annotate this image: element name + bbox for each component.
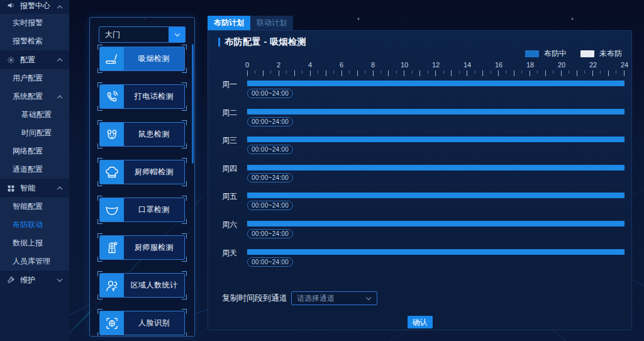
armed-time-bar[interactable] xyxy=(247,249,625,255)
sidebar-item-label: 人员库管理 xyxy=(13,256,50,267)
people-icon xyxy=(100,274,124,297)
day-label: 周三 xyxy=(222,135,237,146)
ruler-tick xyxy=(530,70,530,76)
armed-time-bar[interactable] xyxy=(247,221,625,226)
legend-item-unarmed: 未布防 xyxy=(580,48,622,59)
panel-title: 布防配置 - 吸烟检测 xyxy=(225,36,306,48)
detection-item-label: 吸烟检测 xyxy=(124,47,184,70)
ruler-tick xyxy=(333,70,334,74)
day-label: 周二 xyxy=(222,108,237,118)
detection-item-label: 口罩检测 xyxy=(124,198,184,221)
chevron-down-icon[interactable] xyxy=(169,27,185,42)
scrollbar-thumb[interactable] xyxy=(192,44,194,164)
channel-panel: 大门 吸烟检测打电话检测鼠患检测厨师帽检测口罩检测厨师服检测区域人数统计人脸识别 xyxy=(89,17,195,337)
tab-arming-plan[interactable]: 布防计划 xyxy=(208,16,250,30)
ruler-hour-label: 8 xyxy=(371,61,375,69)
detection-list: 吸烟检测打电话检测鼠患检测厨师帽检测口罩检测厨师服检测区域人数统计人脸识别 xyxy=(97,45,187,337)
detection-item-rat[interactable]: 鼠患检测 xyxy=(97,120,187,148)
ruler-tick xyxy=(247,70,248,76)
sidebar-submenu-intelligence: 智能配置布防联动数据上报人员库管理 xyxy=(0,198,69,271)
sidebar-section-intelligence[interactable]: 智能 xyxy=(0,179,69,198)
ruler-tick xyxy=(404,70,404,76)
sidebar-item-system-config[interactable]: 系统配置 xyxy=(0,87,69,106)
rat-icon xyxy=(100,123,124,146)
sidebar-item-time-config[interactable]: 时间配置 xyxy=(0,124,69,142)
ruler-hour-label: 2 xyxy=(277,61,280,69)
detection-item-chef-uniform[interactable]: 厨师服检测 xyxy=(97,233,187,262)
sidebar-section-maintenance[interactable]: 维护 xyxy=(0,271,69,289)
ruler-tick xyxy=(482,70,483,76)
sidebar-section-alarm-center[interactable]: 报警中心 xyxy=(0,0,69,14)
sidebar-section-config[interactable]: 配置 xyxy=(0,50,69,69)
sidebar-item-arming-linkage[interactable]: 布防联动 xyxy=(0,216,69,234)
ruler-hour-label: 18 xyxy=(526,61,534,69)
armed-time-bar[interactable] xyxy=(247,137,625,142)
ruler-tick xyxy=(506,70,506,74)
sidebar-item-realtime-alarm[interactable]: 实时报警 xyxy=(0,14,69,32)
wrench-icon xyxy=(6,276,15,284)
ruler-tick xyxy=(584,70,585,74)
day-label: 周六 xyxy=(222,220,237,230)
sidebar-item-network-config[interactable]: 网络配置 xyxy=(0,142,69,160)
ruler-tick xyxy=(616,70,616,74)
sidebar-item-alarm-search[interactable]: 报警检索 xyxy=(0,32,69,50)
ruler-tick xyxy=(349,70,350,74)
target-channel-select[interactable]: 请选择通道 xyxy=(291,291,377,305)
ruler-hour-label: 24 xyxy=(621,61,628,69)
sidebar-section-label: 报警中心 xyxy=(20,1,50,11)
sidebar-item-channel-config[interactable]: 通道配置 xyxy=(0,160,69,179)
sidebar-section-label: 智能 xyxy=(20,183,35,194)
detection-item-label: 鼠患检测 xyxy=(124,123,184,146)
tab-linkage-plan[interactable]: 联动计划 xyxy=(250,16,293,30)
armed-time-bar[interactable] xyxy=(247,165,625,170)
sidebar-item-label: 实时报警 xyxy=(13,18,43,28)
ruler-tick xyxy=(270,70,271,74)
confirm-button[interactable]: 确认 xyxy=(408,316,433,328)
detection-item-label: 区域人数统计 xyxy=(124,274,184,297)
detection-item-phone-call[interactable]: 打电话检测 xyxy=(97,82,187,111)
sidebar-item-data-report[interactable]: 数据上报 xyxy=(0,234,69,252)
chevron-down-icon xyxy=(57,277,62,282)
detection-item-face-recognition[interactable]: 人脸识别 xyxy=(97,309,187,337)
chevron-up-icon xyxy=(57,187,62,192)
ruler-tick xyxy=(537,70,538,74)
ruler-tick xyxy=(286,70,287,74)
ruler-tick xyxy=(514,70,514,76)
alarm-icon xyxy=(6,1,15,9)
arming-plan-panel: 布防配置 - 吸烟检测 布防中未布防 024681012141618202224… xyxy=(208,30,632,330)
channel-dropdown[interactable]: 大门 xyxy=(99,26,186,43)
legend-item-armed: 布防中 xyxy=(525,48,567,59)
ruler-tick xyxy=(380,70,381,74)
detection-item-mask[interactable]: 口罩检测 xyxy=(97,196,187,224)
detection-item-inner: 厨师服检测 xyxy=(99,235,185,260)
ruler-tick xyxy=(279,70,279,76)
armed-time-bar[interactable] xyxy=(247,193,625,198)
detection-item-inner: 区域人数统计 xyxy=(99,273,185,298)
ruler-tick xyxy=(326,70,326,76)
day-label: 周五 xyxy=(222,191,237,202)
ruler-hour-label: 0 xyxy=(245,61,249,69)
sidebar-item-label: 基础配置 xyxy=(21,109,52,120)
ruler-tick xyxy=(577,70,577,76)
channel-dropdown-value: 大门 xyxy=(99,30,169,40)
sidebar-item-person-library[interactable]: 人员库管理 xyxy=(0,252,69,271)
sidebar-item-basic-config[interactable]: 基础配置 xyxy=(0,106,69,124)
ruler-tick xyxy=(475,70,475,74)
ruler-tick xyxy=(373,70,374,76)
detection-item-chef-hat[interactable]: 厨师帽检测 xyxy=(97,158,187,186)
armed-time-bar[interactable] xyxy=(247,109,625,115)
ruler-tick xyxy=(608,70,609,76)
legend-swatch-unarmed xyxy=(580,50,594,57)
armed-time-bar[interactable] xyxy=(247,81,625,86)
ruler-tick xyxy=(341,70,342,76)
detection-item-people-count[interactable]: 区域人数统计 xyxy=(97,271,187,299)
ruler-tick xyxy=(302,70,303,74)
sidebar-item-label: 网络配置 xyxy=(13,146,43,157)
detection-item-smoking[interactable]: 吸烟检测 xyxy=(97,45,187,73)
sidebar-item-user-config[interactable]: 用户配置 xyxy=(0,69,69,87)
day-label: 周四 xyxy=(222,164,237,174)
gear-icon xyxy=(6,55,15,64)
sidebar-item-label: 系统配置 xyxy=(13,91,43,102)
sidebar-item-intelligence-config[interactable]: 智能配置 xyxy=(0,198,69,216)
sidebar-item-label: 智能配置 xyxy=(13,201,43,212)
